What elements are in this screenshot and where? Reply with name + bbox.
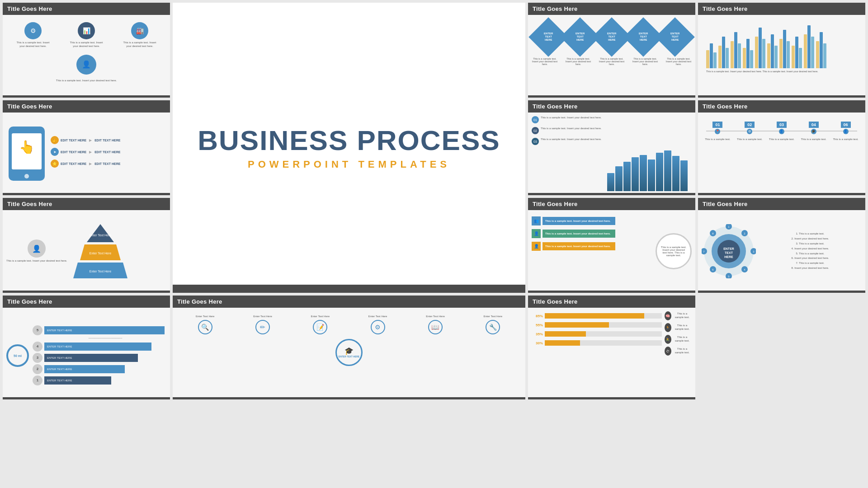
svg-text:Enter Text Here: Enter Text Here [90, 270, 112, 273]
bar-group-10 [816, 32, 826, 68]
timeline-numbers: 01 02 03 04 06 [702, 122, 862, 128]
progress-track-4 [545, 340, 662, 346]
slide-2-bottom-bar [528, 95, 695, 98]
funnel-step-2: 2 ENTER TEXT HERE [33, 364, 166, 374]
book-icon: 📖 [428, 320, 443, 334]
edit-row-1: 👍 EDIT TEXT HERE ▶ EDIT TEXT HERE [51, 136, 166, 144]
slide-1-sample-text: This is a sample text. Insert your desir… [56, 79, 117, 82]
chart-icon: 📊 [78, 22, 95, 39]
progress-row-4: 30% [532, 340, 662, 346]
slide-2-title: Title Goes Here [528, 3, 695, 15]
bar-group-1 [706, 43, 717, 68]
bar-group-2 [718, 37, 729, 68]
slide-3-sample-text: This is a sample text. Insert your desir… [702, 68, 862, 75]
num-item-1: 01 This is a sample text. Insert your de… [532, 116, 604, 123]
center-sub-title: POWERPOINT TEMPLATES [248, 159, 450, 170]
star-icon: ⭐ [51, 160, 59, 168]
funnel-step-3: 3 ENTER TEXT HERE [33, 353, 166, 363]
icon-tl-4: Enter Text Here ⚙ [368, 315, 387, 334]
diamond-row: ENTERTEXTHERE ENTERTEXTHERE ENTERTEXTHER… [532, 23, 692, 51]
icon-tl-1: Enter Text Here 🔍 [196, 315, 215, 334]
phone-list: 👍 EDIT TEXT HERE ▶ EDIT TEXT HERE ➤ EDIT… [51, 136, 166, 171]
num-item-2: 02 This is a sample text. Insert your de… [532, 127, 604, 134]
svg-text:👆: 👆 [19, 140, 35, 155]
svg-marker-4 [87, 224, 114, 242]
bar-group-6 [767, 34, 778, 68]
bar-group-8 [792, 37, 802, 68]
slide-10-title: Title Goes Here [3, 296, 170, 308]
bar-group-3 [731, 32, 741, 68]
person-sq-2: 👤 [532, 229, 541, 238]
slide-5: Title Goes Here 01 This is a sample text… [528, 100, 695, 195]
run-icon: 🏃 [665, 323, 671, 332]
slide-9: Title Goes Here ENTER TEXT HERE [698, 198, 865, 293]
info-bar-2: 👤 This is a sample text. Insert your des… [532, 229, 644, 238]
icons-timeline: Enter Text Here 🔍 Enter Text Here ✏ Ente… [176, 315, 522, 334]
progress-row-3: 35% [532, 331, 662, 337]
slide-3: Title Goes Here [698, 3, 865, 98]
phone-area: 👆 👍 EDIT TEXT HERE ▶ EDIT TEXT HERE ➤ ED… [6, 116, 166, 191]
slide-7-bottom-bar [3, 291, 170, 293]
slide-1-title: Title Goes Here [3, 3, 170, 15]
timeline-texts: This is a sample text. This is a sample … [702, 138, 862, 141]
circle-svg: ENTER TEXT HERE 1 2 3 4 5 [702, 224, 756, 278]
cycle-icon: 🚴 [665, 335, 671, 344]
pyramid-svg: Enter Text Here Enter Text Here Enter Te… [73, 222, 127, 281]
slide-9-title: Title Goes Here [698, 198, 865, 210]
progress-track-3 [545, 331, 662, 337]
slide-12-bottom-bar [528, 397, 695, 399]
slide-9-bottom-bar [698, 291, 865, 293]
funnel-step-1: 1 ENTER TEXT HERE [33, 375, 166, 385]
progress-row-1: 85% [532, 313, 662, 319]
slide-4: Title Goes Here 👆 👍 EDIT TEXT HERE ▶ EDI… [3, 100, 170, 195]
slide-4-title: Title Goes Here [3, 100, 170, 113]
svg-text:TEXT: TEXT [725, 251, 733, 254]
slide-1-icon-2: 📊 This is a sample text. Insert your des… [68, 22, 104, 48]
slide-6: Title Goes Here 01 02 03 04 06 📍 ⚙ 👤 🎓 👤… [698, 100, 865, 195]
slide-1-bottom-bar [3, 95, 170, 98]
info-bar-3: 👤 This is a sample text. Insert your des… [532, 242, 644, 251]
small-bar-chart [607, 155, 688, 191]
slide-3-bottom-bar [698, 95, 865, 98]
funnel-step-5: 5 ENTER TEXT HERE [33, 325, 166, 335]
slide-10-bottom-bar [3, 397, 170, 399]
slide-7-title: Title Goes Here [3, 198, 170, 210]
icon-tl-2: Enter Text Here ✏ [253, 315, 272, 334]
progress-track-1 [545, 313, 662, 319]
person-sq-1: 👥 [532, 216, 541, 225]
person-circle-icon: 👤 [28, 239, 46, 258]
bar-group-4 [743, 39, 753, 68]
svg-point-2 [24, 174, 29, 178]
circle-diagram: ENTER TEXT HERE 1 2 3 4 5 [702, 214, 862, 289]
info-bar-1: 👥 This is a sample text. Insert your des… [532, 216, 644, 225]
icon-tl-6: Enter Text Here 🔧 [484, 315, 503, 334]
icon-tl-5: Enter Text Here 📖 [426, 315, 445, 334]
diamond-labels: This is a sample text. Insert your desir… [532, 57, 692, 66]
info-bars: 👥 This is a sample text. Insert your des… [532, 216, 644, 251]
slide-1-icon-1: ⚙ This is a sample text. Insert your des… [15, 22, 51, 48]
center-main-title: BUSINESS PROCESS [198, 125, 500, 156]
slide-1-icon-3: 🏭 This is a sample text. Insert your des… [122, 22, 158, 48]
document-icon: 📝 [313, 320, 327, 334]
numbered-list: 01 This is a sample text. Insert your de… [532, 116, 604, 191]
tl-dot-5: 👤 [843, 129, 849, 134]
slide-1: Title Goes Here ⚙ This is a sample text.… [3, 3, 170, 98]
progress-icons: 🧠 This is a sample text. 🏃 This is a sam… [665, 311, 692, 395]
circle-outer: ENTER TEXT HERE 1 2 3 4 5 [702, 224, 756, 278]
progress-track-2 [545, 322, 662, 328]
funnel-step-4: 4 ENTER TEXT HERE [33, 342, 166, 352]
circle-labels: 1. This is a sample text. 2. Insert your… [759, 232, 862, 270]
person-circle: 👤 This is a sample text. Insert your des… [6, 239, 67, 263]
slide-6-title: Title Goes Here [698, 100, 865, 113]
svg-text:Enter Text Here: Enter Text Here [90, 234, 112, 237]
svg-text:ENTER: ENTER [723, 247, 734, 250]
gauge-circle: 50 ml [6, 344, 29, 367]
slide-8-bottom-bar [528, 291, 695, 293]
clock-icon: ⏱ [665, 347, 671, 356]
slide-12-title: Title Goes Here [528, 296, 695, 308]
edit-row-2: ➤ EDIT TEXT HERE ▶ EDIT TEXT HERE [51, 148, 166, 156]
center-bottom-bar [173, 285, 525, 293]
slide-8-title: Title Goes Here [528, 198, 695, 210]
tl-dot-3: 👤 [779, 129, 784, 134]
slide-1-icon-4: 👤 [68, 50, 104, 76]
